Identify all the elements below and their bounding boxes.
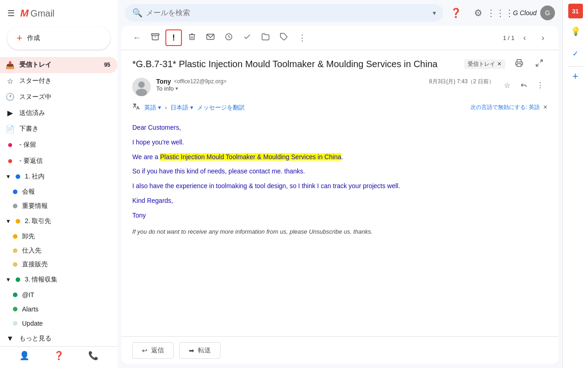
sidebar-item-starred[interactable]: ☆ スター付き — [0, 73, 118, 89]
label-button[interactable] — [276, 29, 292, 46]
disable-translation-label: 次の言語で無効にする: 英語 — [470, 104, 540, 110]
svg-rect-6 — [517, 63, 521, 66]
add-panel-button[interactable]: + — [572, 70, 578, 82]
mark-unread-button[interactable] — [202, 29, 219, 46]
translation-arrow-icon: › — [165, 104, 167, 111]
notes-icon[interactable]: 💡 — [566, 22, 585, 40]
compose-plus-icon: + — [17, 33, 23, 43]
line2-pre: We are a — [132, 153, 160, 161]
user-avatar[interactable]: G — [540, 6, 555, 20]
sidebar-item-chokusetsu[interactable]: 直接販売 — [0, 258, 118, 272]
report-spam-button[interactable]: ! — [165, 29, 182, 46]
chokusetsu-label: 直接販売 — [22, 260, 48, 269]
to-info[interactable]: To info ▾ — [156, 85, 424, 92]
disable-translation-close[interactable]: ✕ — [543, 104, 548, 110]
oroshi-dot — [13, 234, 17, 239]
sidebar-item-drafts[interactable]: 📄 下書き — [0, 121, 118, 137]
section-3-dot — [16, 277, 20, 282]
sender-avatar — [132, 78, 151, 96]
pagination: 1 / 1 — [503, 34, 514, 41]
section-1-header[interactable]: ▼ 1. 社内 — [0, 169, 118, 185]
inbox-tag-close-icon[interactable]: ✕ — [497, 61, 502, 67]
sidebar-item-juyo[interactable]: 重要情報 — [0, 199, 118, 213]
sidebar-item-at-it[interactable]: @IT — [0, 288, 118, 302]
sidebar-item-update[interactable]: Update — [0, 316, 118, 330]
forward-arrow-icon: ➡ — [189, 347, 194, 354]
closing2-text: Tony — [132, 210, 548, 221]
apps-icon[interactable]: ⋮⋮⋮ — [491, 4, 509, 22]
phone-icon[interactable]: 📞 — [88, 351, 98, 361]
source-language-button[interactable]: 英語 ▾ — [144, 104, 161, 112]
done-button[interactable] — [239, 29, 255, 46]
snooze-button[interactable] — [220, 29, 237, 46]
sidebar-footer: 👤 ❓ 📞 — [0, 346, 118, 364]
help-icon[interactable]: ❓ — [447, 4, 465, 22]
target-language-dropdown: ▾ — [190, 104, 193, 111]
sidebar-item-alarts[interactable]: Alarts — [0, 302, 118, 316]
section-3-header[interactable]: ▼ 3. 情報収集 — [0, 272, 118, 288]
person-icon[interactable]: 👤 — [19, 351, 29, 361]
section-2-label: 2. 取引先 — [25, 217, 51, 225]
print-button[interactable] — [511, 56, 527, 72]
greeting-text: Dear Customers, — [132, 122, 548, 133]
user-name-label: G Cloud — [513, 9, 537, 17]
svg-text:G: G — [545, 9, 550, 17]
line3-text: So if you have this kind of needs, pleas… — [132, 166, 548, 177]
section-2-header[interactable]: ▼ 2. 取引先 — [0, 213, 118, 230]
sender-actions: ☆ ⋮ — [500, 78, 548, 92]
move-to-button[interactable] — [257, 29, 274, 46]
shiire-dot — [13, 248, 17, 253]
sidebar-item-hold[interactable]: ● - 保留 — [0, 137, 118, 153]
search-icon: 🔍 — [132, 8, 142, 18]
next-email-button[interactable]: › — [535, 29, 551, 46]
translate-message-link[interactable]: メッセージを翻訳 — [197, 104, 245, 112]
forward-button[interactable]: ➡ 転送 — [179, 342, 220, 359]
oroshi-label: 卸先 — [22, 232, 35, 241]
reply-button[interactable]: ↩ 返信 — [132, 342, 174, 359]
svg-point-8 — [138, 81, 145, 88]
search-box[interactable]: 🔍 ▾ — [125, 4, 443, 22]
shiire-label: 仕入先 — [22, 247, 41, 255]
more-options-button[interactable]: ⋮ — [294, 29, 311, 46]
more-sender-button[interactable]: ⋮ — [533, 78, 548, 92]
compose-button[interactable]: + 作成 — [7, 27, 110, 50]
support-icon[interactable]: ❓ — [54, 351, 64, 361]
sidebar-top: ☰ M Gmail — [0, 4, 118, 23]
prev-email-button[interactable]: ‹ — [516, 29, 533, 46]
sidebar-item-sent[interactable]: ▶ 送信済み — [0, 105, 118, 121]
expand-button[interactable] — [531, 56, 548, 72]
inbox-tag-badge[interactable]: 受信トレイ ✕ — [464, 59, 505, 69]
calendar-icon[interactable]: 31 — [568, 4, 583, 18]
sidebar-item-inbox[interactable]: 📥 受信トレイ 95 — [0, 57, 118, 73]
reply-button-header[interactable] — [516, 78, 531, 92]
section-1-label: 1. 社内 — [25, 172, 45, 181]
delete-button[interactable] — [184, 29, 200, 46]
inbox-tag-label: 受信トレイ — [468, 60, 495, 68]
sidebar-item-kaigi[interactable]: 会報 — [0, 185, 118, 199]
sidebar-item-oroshi[interactable]: 卸先 — [0, 229, 118, 243]
back-button[interactable]: ← — [129, 29, 145, 46]
tasks-icon[interactable]: ✓ — [566, 44, 585, 63]
sidebar-item-shiire[interactable]: 仕入先 — [0, 243, 118, 258]
target-language-label: 日本語 — [170, 104, 188, 112]
archive-button[interactable] — [147, 29, 164, 46]
search-input[interactable] — [146, 9, 429, 17]
done-icon — [243, 33, 251, 43]
hamburger-icon[interactable]: ☰ — [7, 8, 15, 18]
target-language-button[interactable]: 日本語 ▾ — [170, 104, 193, 112]
email-subject: *G.B.7-31* Plastic Injection Mould Toolm… — [132, 59, 453, 69]
sidebar-item-snoozed[interactable]: 🕐 スヌーズ中 — [0, 89, 118, 105]
sidebar-more-button[interactable]: ▼ もっと見る — [0, 330, 118, 346]
settings-icon[interactable]: ⚙ — [469, 4, 487, 22]
sidebar-item-reply-needed[interactable]: ● - 要返信 — [0, 153, 118, 169]
kaigi-label: 会報 — [22, 188, 35, 196]
translation-bar: 英語 ▾ › 日本語 ▾ メッセージを翻訳 次の言語で無効にする: 英語 ✕ — [121, 100, 559, 115]
star-button[interactable]: ☆ — [500, 78, 514, 92]
reply-arrow-icon: ↩ — [142, 347, 147, 354]
sidebar: ☰ M Gmail + 作成 📥 受信トレイ 95 ☆ スター付き 🕐 スヌーズ… — [0, 0, 118, 368]
search-dropdown-icon[interactable]: ▾ — [433, 9, 436, 17]
snoozed-label: スヌーズ中 — [19, 93, 110, 101]
chokusetsu-dot — [13, 262, 17, 267]
section-1-toggle: ▼ — [6, 173, 11, 180]
print-icon — [515, 59, 523, 69]
